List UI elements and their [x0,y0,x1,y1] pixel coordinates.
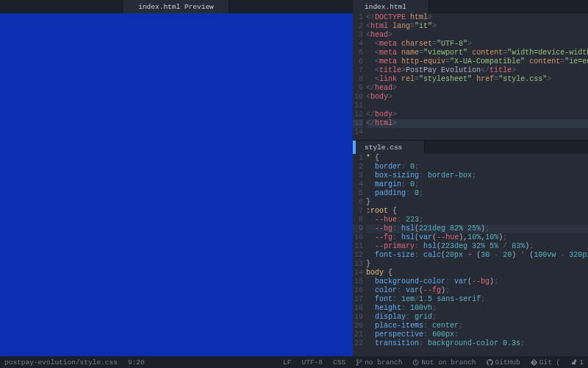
status-fetch[interactable]: Not on branch [412,358,476,367]
status-updates-count: 1 [579,358,584,367]
pane-preview: index.html Preview [0,0,353,356]
git-icon [531,359,537,366]
status-bar: postpay-evolution/style.css 9:28 LF UTF-… [0,356,588,368]
status-filepath[interactable]: postpay-evolution/style.css [4,358,118,367]
status-encoding[interactable]: UTF-8 [302,358,323,367]
editor-html[interactable]: 1234567891011121314 <!DOCTYPE html><html… [353,13,588,140]
svg-point-0 [356,359,358,361]
github-icon [487,359,493,366]
tabbar-css: style.css [353,141,588,154]
status-grammar[interactable]: CSS [333,358,345,367]
branch-icon [356,359,362,366]
pane-css-editor: style.css 123456789101112131415161718192… [353,140,588,356]
status-github[interactable]: GitHub [487,358,520,367]
active-pane-indicator [353,141,356,154]
pane-html-editor: index.html 1234567891011121314 <!DOCTYPE… [353,0,588,140]
editor-css[interactable]: 12345678910111213141516171819202122 * { … [353,154,588,356]
code-css[interactable]: * { border: 0; box-sizing: border-box; m… [366,154,588,356]
status-git[interactable]: Git ( [531,358,561,367]
tab-style-css[interactable]: style.css [353,141,425,154]
status-fetch-label: Not on branch [421,358,476,367]
tabbar-html: index.html [353,0,588,13]
gutter-css: 12345678910111213141516171819202122 [353,154,366,356]
code-html[interactable]: <!DOCTYPE html><html lang="it"><head> <m… [366,13,588,140]
sync-icon [412,359,419,366]
updates-squirrel-icon [570,359,577,366]
status-git-label: Git ( [539,358,561,367]
status-github-label: GitHub [495,358,520,367]
status-linefeed[interactable]: LF [283,358,291,367]
svg-point-1 [356,364,358,365]
tabbar-spacer [425,141,588,154]
tab-preview[interactable]: index.html Preview [123,0,229,13]
tab-index-html[interactable]: index.html [353,0,429,13]
editor-panes: index.html 1234567891011121314 <!DOCTYPE… [0,0,588,356]
tabbar-preview: index.html Preview [0,0,353,13]
status-updates[interactable]: 1 [570,358,584,367]
tabbar-spacer [429,0,588,13]
preview-surface [0,13,353,356]
status-cursor-pos[interactable]: 9:28 [128,358,145,367]
gutter-html: 1234567891011121314 [353,13,366,140]
status-branch-label: no branch [365,358,402,367]
status-branch[interactable]: no branch [356,358,402,367]
svg-point-2 [360,360,362,361]
